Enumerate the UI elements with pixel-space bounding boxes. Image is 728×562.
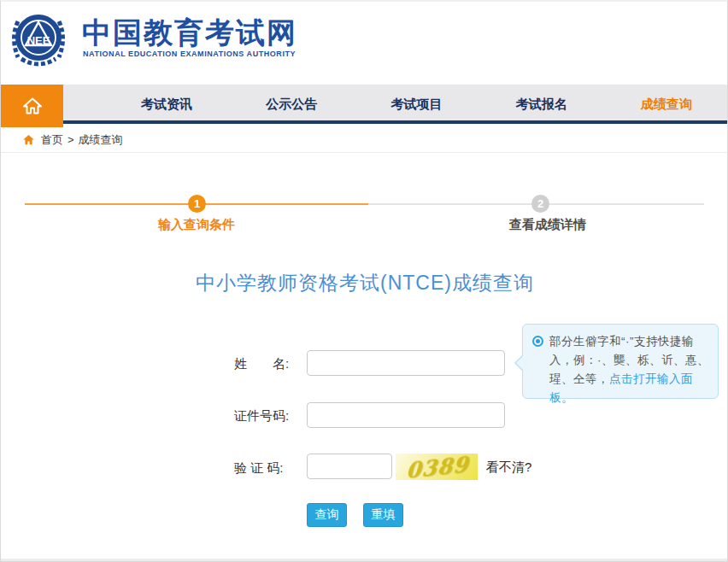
- id-number-label: 证件号码:: [234, 408, 289, 424]
- site-subtitle: NATIONAL EDUCATION EXAMINATIONS AUTHORIT…: [83, 50, 296, 58]
- neea-logo[interactable]: NEE: [9, 9, 68, 67]
- stepper-label-2: 查看成绩详情: [471, 217, 625, 233]
- nav-items: 考试资讯 公示公告 考试项目 考试报名 成绩查询: [104, 85, 728, 124]
- tooltip-text: 部分生僻字和“·”支持快捷输入，例：·、龑、栎、䜣、惪、瑆、仝等，点击打开输入面…: [549, 332, 710, 407]
- nav-item-exam-news[interactable]: 考试资讯: [104, 85, 229, 124]
- footer-strip: [1, 559, 727, 561]
- nav-item-public-notices[interactable]: 公示公告: [229, 85, 354, 124]
- captcha-image[interactable]: 0389: [396, 454, 478, 480]
- stepper-circle-2: 2: [531, 195, 549, 213]
- neea-emblem-icon: NEE: [9, 9, 68, 67]
- breadcrumb: 首页 > 成绩查询: [1, 127, 728, 153]
- name-label: 姓 名:: [234, 356, 289, 372]
- site-header: NEE 中国教育考试网 NATIONAL EDUCATION EXAMINATI…: [1, 2, 728, 85]
- captcha-code-text: 0389: [405, 454, 469, 480]
- reset-button[interactable]: 重填: [363, 503, 403, 527]
- home-icon: [22, 96, 43, 116]
- nav-item-exam-programs[interactable]: 考试项目: [354, 85, 478, 124]
- breadcrumb-current: 成绩查询: [79, 132, 123, 148]
- stepper-circle-1: 1: [188, 195, 206, 213]
- captcha-label: 验 证 码:: [234, 460, 284, 477]
- id-number-input[interactable]: [307, 402, 505, 428]
- name-input[interactable]: [307, 350, 505, 376]
- breadcrumb-home-icon: [22, 133, 35, 146]
- breadcrumb-separator: >: [68, 133, 74, 146]
- ntce-score-query-page: NEE 中国教育考试网 NATIONAL EDUCATION EXAMINATI…: [0, 0, 728, 562]
- stepper-label-1: 输入查询条件: [120, 217, 273, 233]
- rare-character-tooltip: 部分生僻字和“·”支持快捷输入，例：·、龑、栎、䜣、惪、瑆、仝等，点击打开输入面…: [522, 324, 719, 399]
- radio-bullet-icon: [532, 336, 543, 347]
- query-button[interactable]: 查询: [307, 503, 347, 527]
- breadcrumb-home-link[interactable]: 首页: [41, 132, 63, 148]
- tooltip-arrow-fill: [516, 355, 524, 371]
- site-title: 中国教育考试网: [82, 16, 297, 49]
- nav-home-button[interactable]: [1, 85, 63, 127]
- captcha-refresh-link[interactable]: 看不清?: [486, 460, 531, 476]
- page-title: 中小学教师资格考试(NTCE)成绩查询: [1, 270, 728, 296]
- svg-text:NEE: NEE: [27, 34, 50, 47]
- nav-item-score-query[interactable]: 成绩查询: [604, 85, 728, 124]
- nav-item-exam-registration[interactable]: 考试报名: [479, 85, 604, 124]
- captcha-input[interactable]: [307, 454, 392, 479]
